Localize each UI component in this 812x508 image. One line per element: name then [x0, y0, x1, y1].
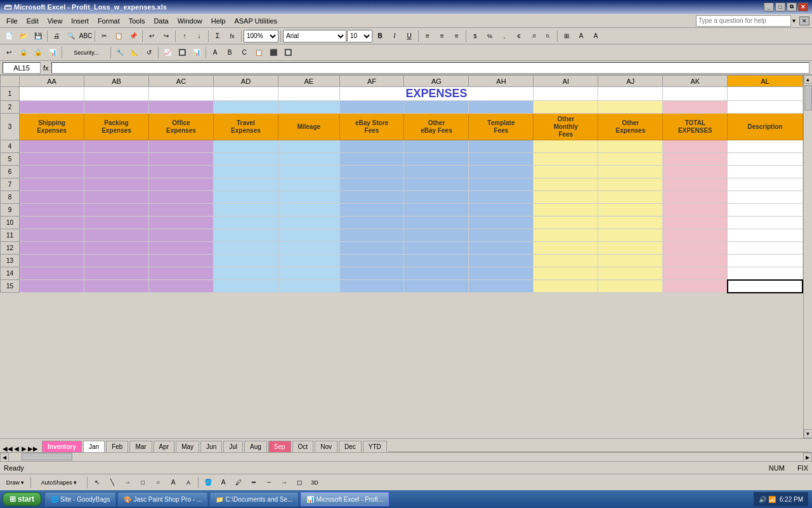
sheet-tab-oct[interactable]: Oct	[292, 441, 314, 452]
sheet-tab-feb[interactable]: Feb	[106, 441, 128, 452]
col-header-ab[interactable]: AB	[84, 76, 149, 87]
print-preview-button[interactable]: 🔍	[64, 29, 78, 43]
menu-edit[interactable]: Edit	[23, 16, 43, 26]
formula-input[interactable]	[51, 62, 809, 74]
cell-ac5[interactable]	[148, 153, 213, 166]
arrow-style-draw[interactable]: →	[277, 476, 291, 490]
spell-button[interactable]: ABC	[79, 29, 93, 43]
cell-ak14[interactable]	[663, 267, 728, 280]
cell-aa4[interactable]	[20, 140, 84, 153]
cell-ak13[interactable]	[663, 255, 728, 267]
draw-oval[interactable]: ○	[151, 476, 165, 490]
sort-desc-button[interactable]: ↓	[192, 29, 206, 43]
font-select[interactable]: Arial	[283, 30, 346, 43]
sort-asc-button[interactable]: ↑	[178, 29, 192, 43]
cell-af5[interactable]	[339, 153, 404, 166]
cell-ai15[interactable]	[534, 280, 598, 293]
cell-ak11[interactable]	[663, 229, 728, 242]
cell-ai5[interactable]	[534, 153, 598, 166]
cell-aj11[interactable]	[598, 229, 663, 242]
cell-ad8[interactable]	[213, 191, 278, 204]
cell-ad11[interactable]	[213, 229, 278, 242]
cell-ad9[interactable]	[213, 204, 278, 217]
tb2-btn11[interactable]: A	[208, 46, 222, 60]
taskbar-item-explorer[interactable]: 📁 C:\Documents and Se...	[210, 492, 298, 506]
cell-ai2[interactable]	[534, 101, 598, 114]
tab-nav-next[interactable]: ▶	[22, 445, 27, 452]
cell-aa7[interactable]	[20, 178, 84, 191]
font-size-select[interactable]: 10	[347, 30, 372, 43]
borders-button[interactable]: ⊞	[560, 29, 573, 43]
cell-ab15[interactable]	[84, 280, 149, 293]
euro-button[interactable]: €	[512, 29, 526, 43]
cell-aa9[interactable]	[20, 204, 84, 217]
cell-ai1[interactable]	[534, 87, 598, 101]
cell-ai3[interactable]: OtherMonthlyFees	[534, 114, 598, 140]
h-scroll-track[interactable]	[9, 453, 803, 461]
italic-button[interactable]: I	[388, 29, 402, 43]
draw-select[interactable]: ↖	[90, 476, 104, 490]
cell-ak5[interactable]	[663, 153, 728, 166]
cell-ac9[interactable]	[148, 204, 213, 217]
cell-ah7[interactable]	[469, 178, 534, 191]
cell-al12[interactable]	[728, 242, 802, 255]
dash-style-draw[interactable]: ╌	[262, 476, 276, 490]
cell-ae12[interactable]	[278, 242, 339, 255]
cell-ad15[interactable]	[213, 280, 278, 293]
cell-ah3[interactable]: TemplateFees	[469, 114, 534, 140]
cell-ag4[interactable]	[404, 140, 469, 153]
cell-ab2[interactable]	[84, 101, 149, 114]
cell-ai10[interactable]	[534, 217, 598, 229]
vertical-scrollbar[interactable]: ▲ ▼	[803, 75, 812, 438]
cell-ad14[interactable]	[213, 267, 278, 280]
cell-ac12[interactable]	[148, 242, 213, 255]
save-button[interactable]: 💾	[31, 29, 45, 43]
cell-al9[interactable]	[728, 204, 802, 217]
cell-aj2[interactable]	[598, 101, 663, 114]
col-header-af[interactable]: AF	[339, 76, 404, 87]
font-color-draw[interactable]: A	[216, 476, 230, 490]
cell-ab3[interactable]: PackingExpenses	[84, 114, 149, 140]
cell-ag12[interactable]	[404, 242, 469, 255]
cell-aa6[interactable]	[20, 166, 84, 178]
cell-af8[interactable]	[339, 191, 404, 204]
cell-ak1[interactable]	[663, 87, 728, 101]
taskbar-item-excel[interactable]: 📊 Microsoft Excel - Profi...	[301, 492, 389, 506]
cell-ak9[interactable]	[663, 204, 728, 217]
cell-al3[interactable]: Description	[728, 114, 802, 140]
tb2-btn15[interactable]: ⬛	[266, 46, 280, 60]
cell-ab6[interactable]	[84, 166, 149, 178]
cell-ab12[interactable]	[84, 242, 149, 255]
tab-nav-left[interactable]: ◀◀	[3, 445, 13, 452]
cell-ag5[interactable]	[404, 153, 469, 166]
cell-ag7[interactable]	[404, 178, 469, 191]
fill-color-button[interactable]: A	[574, 29, 588, 43]
shadow-draw[interactable]: ◻	[292, 476, 306, 490]
cell-al11[interactable]	[728, 229, 802, 242]
underline-button[interactable]: U	[402, 29, 416, 43]
cell-ad10[interactable]	[213, 217, 278, 229]
scroll-down-button[interactable]: ▼	[804, 429, 813, 438]
cell-ac13[interactable]	[148, 255, 213, 267]
cell-ac15[interactable]	[148, 280, 213, 293]
paste-button[interactable]: 📌	[126, 29, 140, 43]
cell-aa1[interactable]	[20, 87, 84, 101]
tb2-btn10[interactable]: 📊	[190, 46, 204, 60]
tb2-btn1[interactable]: ↩	[2, 46, 16, 60]
cell-aj12[interactable]	[598, 242, 663, 255]
cell-ai4[interactable]	[534, 140, 598, 153]
undo-button[interactable]: ↩	[145, 29, 159, 43]
col-header-ac[interactable]: AC	[148, 76, 213, 87]
cell-aj8[interactable]	[598, 191, 663, 204]
cell-af10[interactable]	[339, 217, 404, 229]
cell-aj15[interactable]	[598, 280, 663, 293]
redo-button[interactable]: ↪	[159, 29, 173, 43]
cell-al15[interactable]	[728, 280, 802, 293]
cell-ai12[interactable]	[534, 242, 598, 255]
cell-ah4[interactable]	[469, 140, 534, 153]
col-header-al[interactable]: AL	[728, 76, 802, 87]
cell-ae6[interactable]	[278, 166, 339, 178]
cell-al5[interactable]	[728, 153, 802, 166]
tb2-btn4[interactable]: 📊	[46, 46, 60, 60]
grid-wrapper[interactable]: AA AB AC AD AE AF AG AH AI AJ AK AL	[0, 75, 803, 438]
